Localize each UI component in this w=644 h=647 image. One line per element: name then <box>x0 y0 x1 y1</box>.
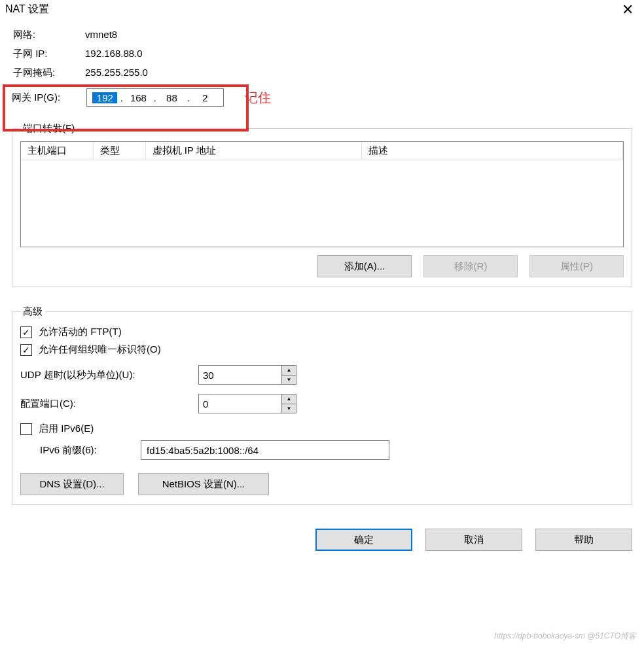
col-desc[interactable]: 描述 <box>361 142 623 160</box>
allow-ftp-checkbox[interactable] <box>20 326 32 338</box>
udp-timeout-label: UDP 超时(以秒为单位)(U): <box>20 369 192 381</box>
ipv6-prefix-label: IPv6 前缀(6): <box>40 444 134 457</box>
config-port-spin-down[interactable]: ▼ <box>282 404 296 413</box>
udp-timeout-spin-up[interactable]: ▲ <box>282 366 296 376</box>
ip-dot: . <box>120 92 123 103</box>
remove-button: 移除(R) <box>423 255 518 277</box>
ip-octet-2[interactable]: 168 <box>126 92 151 103</box>
port-forward-group: 端口转发(F) 主机端口 类型 虚拟机 IP 地址 描述 添加(A)... 移除… <box>12 122 632 287</box>
enable-ipv6-label: 启用 IPv6(E) <box>39 423 94 435</box>
gateway-ip-input[interactable]: 192 . 168 . 88 . 2 <box>86 88 224 107</box>
config-port-spin-up[interactable]: ▲ <box>282 394 296 404</box>
port-forward-legend: 端口转发(F) <box>20 122 77 135</box>
config-port-input[interactable] <box>198 394 282 413</box>
ip-octet-3[interactable]: 88 <box>159 92 184 103</box>
config-port-label: 配置端口(C): <box>20 398 96 410</box>
ip-octet-1[interactable]: 192 <box>92 92 117 103</box>
watermark: https://dpb-bobokaoya-sm @51CTO博客 <box>494 631 636 642</box>
enable-ipv6-checkbox[interactable] <box>20 423 32 435</box>
subnet-mask-label: 子网掩码: <box>13 67 85 79</box>
network-value: vmnet8 <box>85 29 632 41</box>
udp-timeout-spin-down[interactable]: ▼ <box>282 376 296 385</box>
properties-button: 属性(P) <box>529 255 624 277</box>
ipv6-prefix-input[interactable] <box>141 440 389 460</box>
subnet-ip-label: 子网 IP: <box>13 48 85 60</box>
ip-dot: . <box>154 92 156 103</box>
advanced-legend: 高级 <box>20 306 45 318</box>
cancel-button[interactable]: 取消 <box>425 529 522 551</box>
allow-oui-label: 允许任何组织唯一标识符(O) <box>39 343 161 356</box>
add-button[interactable]: 添加(A)... <box>317 255 412 277</box>
subnet-mask-value: 255.255.255.0 <box>85 67 632 79</box>
col-vm-ip[interactable]: 虚拟机 IP 地址 <box>145 142 361 160</box>
network-label: 网络: <box>13 29 85 41</box>
close-icon[interactable]: ✕ <box>618 3 637 17</box>
gateway-ip-label: 网关 IP(G): <box>12 92 80 104</box>
udp-timeout-input[interactable] <box>198 365 282 385</box>
advanced-group: 高级 允许活动的 FTP(T) 允许任何组织唯一标识符(O) UDP 超时(以秒… <box>12 306 632 505</box>
dns-settings-button[interactable]: DNS 设置(D)... <box>20 473 124 495</box>
help-button[interactable]: 帮助 <box>535 529 632 551</box>
window-title: NAT 设置 <box>5 3 49 16</box>
col-host-port[interactable]: 主机端口 <box>21 142 93 160</box>
allow-ftp-label: 允许活动的 FTP(T) <box>39 326 122 338</box>
allow-oui-checkbox[interactable] <box>20 344 32 356</box>
port-forward-table[interactable]: 主机端口 类型 虚拟机 IP 地址 描述 <box>20 141 624 247</box>
netbios-settings-button[interactable]: NetBIOS 设置(N)... <box>138 473 269 495</box>
subnet-ip-value: 192.168.88.0 <box>85 48 632 60</box>
col-type[interactable]: 类型 <box>93 142 145 160</box>
annotation-text: 记住 <box>245 89 271 107</box>
ok-button[interactable]: 确定 <box>315 529 412 551</box>
ip-octet-4[interactable]: 2 <box>192 92 217 103</box>
ip-dot: . <box>187 92 190 103</box>
